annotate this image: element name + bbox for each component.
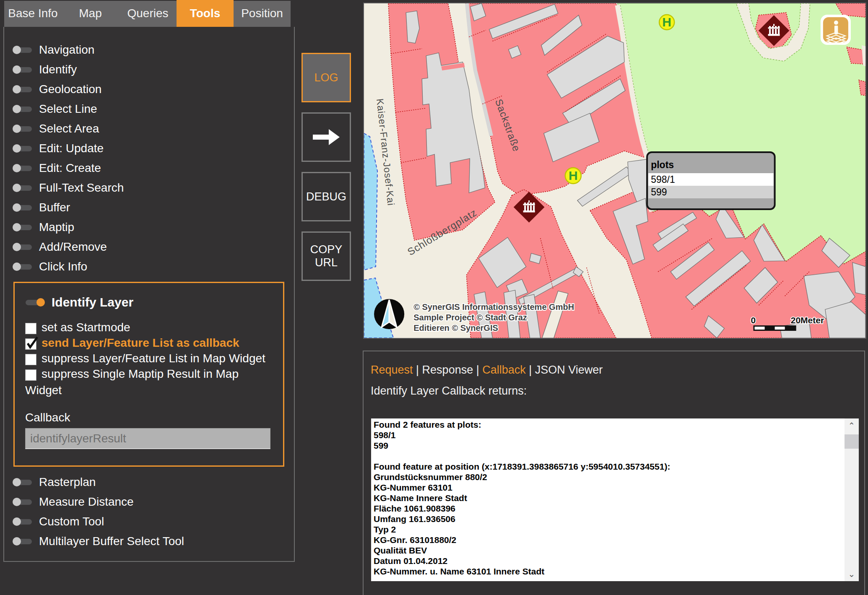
svg-text:Editieren © SynerGIS: Editieren © SynerGIS bbox=[413, 323, 498, 333]
svg-text:H: H bbox=[662, 15, 671, 29]
svg-text:© SynerGIS Informationssysteme: © SynerGIS Informationssysteme GmbH bbox=[413, 302, 574, 312]
svg-text:H: H bbox=[569, 169, 578, 182]
svg-text:plots: plots bbox=[651, 159, 674, 170]
svg-text:598/1: 598/1 bbox=[651, 174, 675, 185]
svg-text:599: 599 bbox=[651, 187, 667, 197]
svg-text:Sample Project © Stadt Graz: Sample Project © Stadt Graz bbox=[413, 313, 527, 322]
svg-text:20Meter: 20Meter bbox=[791, 315, 824, 325]
svg-text:0: 0 bbox=[751, 315, 756, 325]
